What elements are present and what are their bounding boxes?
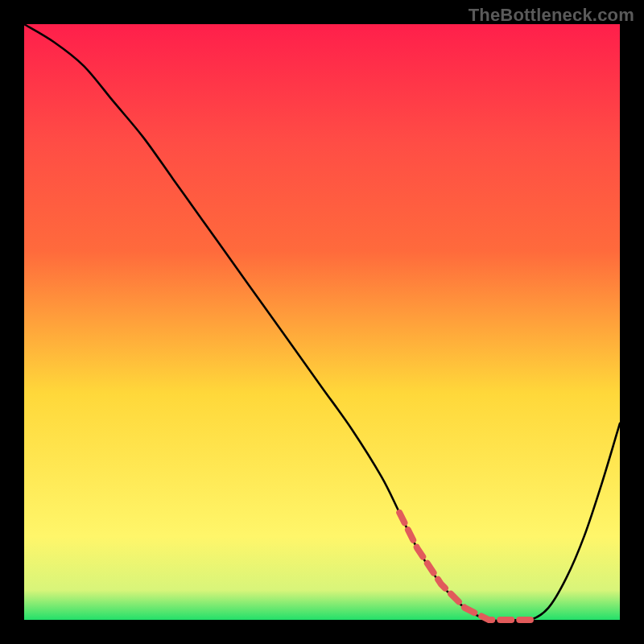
chart-svg xyxy=(0,0,644,644)
chart-frame: TheBottleneck.com xyxy=(0,0,644,644)
watermark-text: TheBottleneck.com xyxy=(469,5,634,26)
plot-area xyxy=(24,24,620,620)
